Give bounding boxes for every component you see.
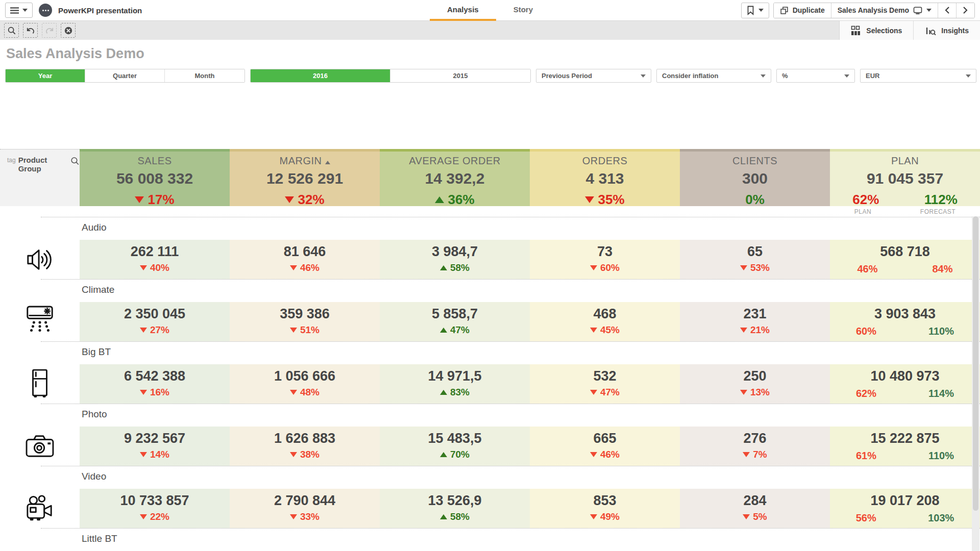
filter-quarter-button[interactable]: Quarter [85,69,165,82]
kpi-cell[interactable]: 568 71846%84% [830,240,980,279]
cell-value: 1 056 666 [230,368,380,384]
currency-dropdown[interactable]: EUR [860,69,976,83]
arrow-down-icon [290,514,297,519]
kpi-cell[interactable]: 1 056 66648% [230,364,380,404]
kpi-cell[interactable]: 5 858,747% [380,302,530,341]
kpi-cell[interactable]: 46845% [530,302,680,341]
kpi-cell[interactable]: 6553% [680,240,830,279]
chevron-down-icon [844,74,849,78]
product-group-label[interactable]: Big BT [82,346,980,364]
cell-value: 532 [530,368,680,384]
scrollbar[interactable] [972,216,979,551]
kpi-cell[interactable]: 359 38651% [230,302,380,341]
selections-button[interactable]: Selections [840,21,913,40]
cell-delta: 13% [680,387,830,398]
kpi-table-body: Audio 262 11140%81 64646%3 984,758%7360%… [0,217,980,551]
kpi-cell[interactable]: 53247% [530,364,680,404]
app-title: PowerKPI presentation [58,6,142,15]
duplicate-button[interactable]: Duplicate [774,3,831,18]
dimension-header[interactable]: tag Product Group [0,149,80,206]
kpi-cell[interactable]: 2845% [680,489,830,528]
plan-percent: 61% [856,450,876,462]
kpi-cell[interactable]: 10 480 97362%114% [830,364,980,404]
kpi-cell[interactable]: 3 984,758% [380,240,530,279]
insight-panel-buttons: Selections Insights [839,21,980,40]
kpi-cell[interactable]: 1 626 88338% [230,427,380,466]
filter-2016-button[interactable]: 2016 [251,69,390,82]
scrollbar-thumb[interactable] [973,216,978,511]
kpi-cell[interactable]: 25013% [680,364,830,404]
smart-search-button[interactable] [4,23,19,38]
filter-2015-button[interactable]: 2015 [390,69,530,82]
cell-delta: 16% [80,387,230,398]
cell-delta: 45% [530,324,680,336]
product-group-label[interactable]: Climate [82,284,980,302]
sheet-selector[interactable]: Sales Analysis Demo [831,3,938,18]
kpi-cell[interactable]: 15 222 87561%110% [830,427,980,466]
plan-sublabel: PLAN [854,208,871,215]
plan-forecast-percents: 46%84% [830,263,980,275]
kpi-cell[interactable]: 15 483,570% [380,427,530,466]
tab-analysis[interactable]: Analysis [430,0,496,21]
column-header-average-order[interactable]: AVERAGE ORDER 14 392,2 36% [380,149,530,206]
arrow-down-icon [743,452,750,457]
product-group-label[interactable]: Little BT [82,533,980,551]
selection-toolbar: Selections Insights [0,21,980,40]
filter-year-button[interactable]: Year [6,69,85,82]
inflation-dropdown[interactable]: Consider inflation [656,69,771,83]
speaker-icon [0,240,80,279]
undo-button[interactable] [23,23,38,38]
column-header-orders[interactable]: ORDERS 4 313 35% [530,149,680,206]
product-group-label[interactable]: Video [82,471,980,489]
page-title: Sales Analysis Demo [6,46,980,62]
cell-delta: 5% [680,511,830,522]
kpi-cell[interactable]: 2 350 04527% [80,302,230,341]
kpi-cell[interactable]: 13 526,958% [380,489,530,528]
insights-button[interactable]: Insights [914,21,980,40]
comparison-dropdown[interactable]: Previous Period [536,69,651,83]
filter-month-button[interactable]: Month [165,69,244,82]
arrow-up-icon [440,328,447,333]
column-header-plan[interactable]: PLAN 91 045 357 62% 112% [830,149,980,206]
forecast-sublabel: FORECAST [920,208,955,215]
table-row: Little BT [0,528,980,551]
arrow-down-icon [140,265,147,270]
unit-dropdown[interactable]: % [776,69,855,83]
cell-value: 276 [680,431,830,446]
previous-sheet-button[interactable] [938,3,957,18]
kpi-cell[interactable]: 66546% [530,427,680,466]
cell-delta: 51% [230,324,380,336]
kpi-cell[interactable]: 2767% [680,427,830,466]
bookmarks-button[interactable] [741,3,769,18]
cell-value: 3 903 843 [830,306,980,322]
product-group-label[interactable]: Audio [82,222,980,240]
kpi-cell[interactable]: 7360% [530,240,680,279]
product-group-label[interactable]: Photo [82,409,980,427]
kpi-cell[interactable]: 3 903 84360%110% [830,302,980,341]
sheet-name: Sales Analysis Demo [838,6,909,14]
clear-selections-button[interactable] [61,23,76,38]
tab-story[interactable]: Story [496,0,550,21]
top-bar: PowerKPI presentation Analysis Story Dup… [0,0,980,21]
kpi-cell[interactable]: 19 017 20856%103% [830,489,980,528]
kpi-cell[interactable]: 10 733 85722% [80,489,230,528]
column-header-sales[interactable]: SALES 56 008 332 17% [80,149,230,206]
nav-menu-button[interactable] [5,3,33,18]
kpi-cell[interactable]: 9 232 56714% [80,427,230,466]
redo-button[interactable] [42,23,57,38]
cell-value: 14 971,5 [380,368,530,384]
kpi-cell[interactable]: 81 64646% [230,240,380,279]
next-sheet-button[interactable] [957,3,974,18]
column-header-clients[interactable]: CLIENTS 300 0% [680,149,830,206]
plan-forecast-percents: 56%103% [830,512,980,524]
selections-label: Selections [866,27,902,35]
kpi-cell[interactable]: 2 790 84433% [230,489,380,528]
column-header-margin[interactable]: MARGIN 12 526 291 32% [230,149,380,206]
kpi-cell[interactable]: 23121% [680,302,830,341]
kpi-cell[interactable]: 6 542 38816% [80,364,230,404]
kpi-cell[interactable]: 85349% [530,489,680,528]
kpi-cell[interactable]: 262 11140% [80,240,230,279]
kpi-cell[interactable]: 14 971,583% [380,364,530,404]
cell-value: 262 111 [80,244,230,260]
arrow-down-icon [590,452,597,457]
